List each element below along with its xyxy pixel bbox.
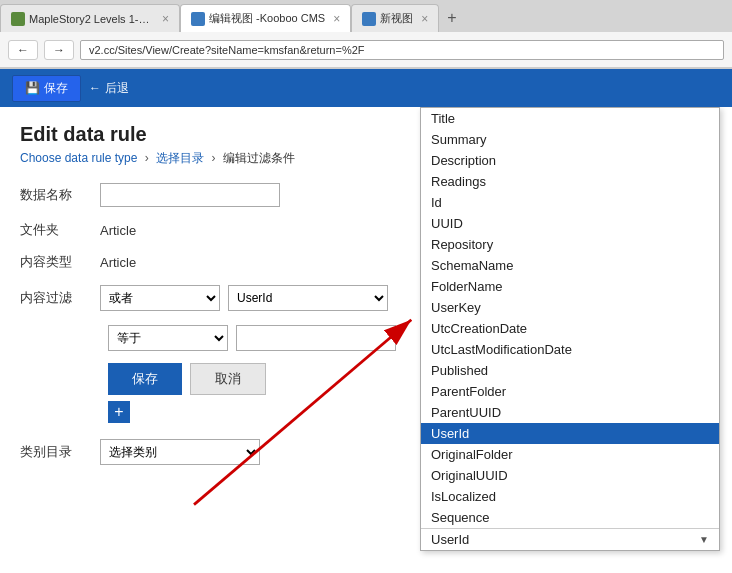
- value-contenttype: Article: [100, 255, 136, 270]
- dropdown-item-id[interactable]: Id: [421, 192, 719, 213]
- dropdown-item-originalfolder[interactable]: OriginalFolder: [421, 444, 719, 465]
- tab-2-close[interactable]: ×: [333, 12, 340, 26]
- tab-bar: MapleStory2 Levels 1-1… × 编辑视图 -Kooboo C…: [0, 0, 732, 32]
- add-condition-button[interactable]: +: [108, 401, 130, 423]
- category-select[interactable]: 选择类别: [100, 439, 260, 465]
- dropdown-item-parentuuid[interactable]: ParentUUID: [421, 402, 719, 423]
- dropdown-item-utclastmodificationdate[interactable]: UtcLastModificationDate: [421, 339, 719, 360]
- dropdown-item-originaluuid[interactable]: OriginalUUID: [421, 465, 719, 486]
- form-save-button[interactable]: 保存: [108, 363, 182, 395]
- label-dataname: 数据名称: [20, 186, 100, 204]
- dropdown-item-sequence[interactable]: Sequence: [421, 507, 719, 528]
- field-dropdown[interactable]: Title Summary Description Readings Id UU…: [420, 107, 720, 551]
- tab-2[interactable]: 编辑视图 -Kooboo CMS ×: [180, 4, 351, 32]
- back-arrow-icon: ←: [89, 81, 101, 95]
- value-folder: Article: [100, 223, 136, 238]
- save-label: 保存: [44, 80, 68, 97]
- tab-3-close[interactable]: ×: [421, 12, 428, 26]
- condition-value-input[interactable]: [236, 325, 396, 351]
- tab-2-label: 编辑视图 -Kooboo CMS: [209, 11, 325, 26]
- tab-3[interactable]: 新视图 ×: [351, 4, 439, 32]
- operator-select[interactable]: 等于 不等于 大于 小于: [108, 325, 228, 351]
- filter-logic-select[interactable]: 或者 并且: [100, 285, 220, 311]
- label-category: 类别目录: [20, 443, 100, 461]
- breadcrumb-sep2: ›: [211, 151, 215, 165]
- dropdown-item-published[interactable]: Published: [421, 360, 719, 381]
- tab-3-label: 新视图: [380, 11, 413, 26]
- dropdown-item-summary[interactable]: Summary: [421, 129, 719, 150]
- tab-2-icon: [191, 12, 205, 26]
- label-folder: 文件夹: [20, 221, 100, 239]
- input-dataname[interactable]: [100, 183, 280, 207]
- tab-1-label: MapleStory2 Levels 1-1…: [29, 13, 154, 25]
- tab-1-close[interactable]: ×: [162, 12, 169, 26]
- back-nav-button[interactable]: ←: [8, 40, 38, 60]
- toolbar: 💾 保存 ← 后退: [0, 69, 732, 107]
- dropdown-item-foldername[interactable]: FolderName: [421, 276, 719, 297]
- label-contenttype: 内容类型: [20, 253, 100, 271]
- dropdown-item-title[interactable]: Title: [421, 108, 719, 129]
- save-icon: 💾: [25, 81, 40, 95]
- tab-1[interactable]: MapleStory2 Levels 1-1… ×: [0, 4, 180, 32]
- dropdown-item-readings[interactable]: Readings: [421, 171, 719, 192]
- dropdown-footer-label: UserId: [431, 532, 469, 547]
- new-tab-button[interactable]: +: [439, 4, 464, 32]
- dropdown-item-userid[interactable]: UserId: [421, 423, 719, 444]
- filter-field-select[interactable]: UserId: [228, 285, 388, 311]
- label-filter: 内容过滤: [20, 289, 100, 307]
- dropdown-item-parentfolder[interactable]: ParentFolder: [421, 381, 719, 402]
- browser-chrome: MapleStory2 Levels 1-1… × 编辑视图 -Kooboo C…: [0, 0, 732, 69]
- dropdown-item-repository[interactable]: Repository: [421, 234, 719, 255]
- filter-row: 或者 并且 UserId: [100, 285, 388, 311]
- dropdown-arrow-icon: ▼: [699, 534, 709, 545]
- dropdown-item-description[interactable]: Description: [421, 150, 719, 171]
- toolbar-back-button[interactable]: ← 后退: [89, 80, 129, 97]
- form-cancel-button[interactable]: 取消: [190, 363, 266, 395]
- breadcrumb-sep1: ›: [145, 151, 149, 165]
- dropdown-item-uuid[interactable]: UUID: [421, 213, 719, 234]
- address-bar: ← →: [0, 32, 732, 68]
- forward-nav-button[interactable]: →: [44, 40, 74, 60]
- dropdown-item-userkey[interactable]: UserKey: [421, 297, 719, 318]
- page: 💾 保存 ← 后退 Edit data rule Choose data rul…: [0, 69, 732, 573]
- back-label: 后退: [105, 80, 129, 97]
- tab-1-icon: [11, 12, 25, 26]
- breadcrumb-part1[interactable]: Choose data rule type: [20, 151, 137, 165]
- address-input[interactable]: [80, 40, 724, 60]
- content-area: Edit data rule Choose data rule type › 选…: [0, 107, 732, 573]
- tab-3-icon: [362, 12, 376, 26]
- toolbar-save-button[interactable]: 💾 保存: [12, 75, 81, 102]
- dropdown-scroll: Title Summary Description Readings Id UU…: [421, 108, 719, 528]
- dropdown-item-islocalized[interactable]: IsLocalized: [421, 486, 719, 507]
- breadcrumb-part2[interactable]: 选择目录: [156, 151, 204, 165]
- breadcrumb-part3: 编辑过滤条件: [223, 151, 295, 165]
- dropdown-item-utccreationdate[interactable]: UtcCreationDate: [421, 318, 719, 339]
- dropdown-item-schemaname[interactable]: SchemaName: [421, 255, 719, 276]
